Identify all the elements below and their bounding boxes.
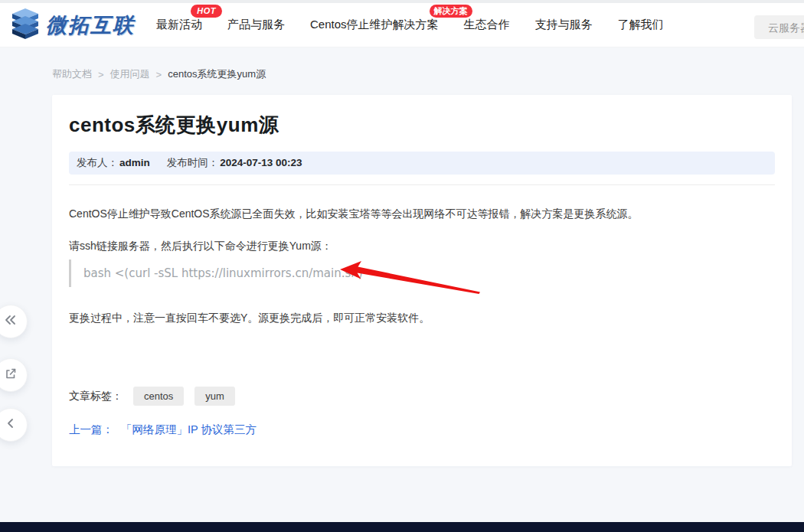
tag-yum[interactable]: yum <box>194 387 235 406</box>
chevron-left-icon <box>5 418 16 432</box>
breadcrumb: 帮助文档 > 使用问题 > centos系统更换yum源 <box>52 67 266 81</box>
breadcrumb-separator: > <box>156 69 162 80</box>
hot-badge: HOT <box>191 5 222 18</box>
content-divider <box>69 184 775 185</box>
article-meta-bar: 发布人： admin 发布时间： 2024-07-13 00:23 <box>69 152 775 175</box>
tags-row: 文章标签： centos yum <box>69 387 775 406</box>
tags-label: 文章标签： <box>69 390 123 403</box>
page-title: centos系统更换yum源 <box>69 113 775 136</box>
publisher-value: admin <box>119 152 150 175</box>
breadcrumb-current-page: centos系统更换yum源 <box>168 67 266 81</box>
article-paragraph-instruction: 请ssh链接服务器，然后执行以下命令进行更换Yum源： <box>69 238 775 253</box>
article-paragraph-note: 更换过程中，注意一直按回车不要选Y。源更换完成后，即可正常安装软件。 <box>69 310 775 325</box>
nav-label: 最新活动 <box>156 18 202 31</box>
article-paragraph-intro: CentOS停止维护导致CentOS系统源已全面失效，比如安装宝塔等等会出现网络… <box>69 206 775 221</box>
breadcrumb-separator: > <box>98 69 104 80</box>
nav-label: 支持与服务 <box>535 18 593 31</box>
prev-article-row: 上一篇： 「网络原理」IP 协议第三方 <box>69 423 775 437</box>
breadcrumb-usage-issues[interactable]: 使用问题 <box>110 67 150 81</box>
nav-item-about-us[interactable]: 了解我们 <box>618 18 664 32</box>
article-card: centos系统更换yum源 发布人： admin 发布时间： 2024-07-… <box>52 95 792 466</box>
publish-time-value: 2024-07-13 00:23 <box>220 152 302 175</box>
share-button[interactable] <box>0 358 28 392</box>
nav-label: 生态合作 <box>464 18 510 31</box>
header: 微拓互联 最新活动 HOT 产品与服务 Centos停止维护解决方案 解决方案 … <box>0 3 804 47</box>
code-block[interactable]: bash <(curl -sSL https://linuxmirrors.cn… <box>69 259 775 287</box>
nav-item-latest-activity[interactable]: 最新活动 HOT <box>156 18 202 32</box>
publisher-label: 发布人： <box>77 152 118 175</box>
nav-item-support-services[interactable]: 支持与服务 <box>535 18 593 32</box>
prev-article-label: 上一篇： <box>69 423 113 436</box>
solution-badge: 解决方案 <box>430 5 472 18</box>
nav-label: 了解我们 <box>618 18 664 31</box>
tag-centos[interactable]: centos <box>133 387 184 406</box>
footer-bar <box>0 522 804 532</box>
collapse-sidebar-button[interactable] <box>0 305 28 338</box>
nav-label: 产品与服务 <box>227 18 285 31</box>
logo-text: 微拓互联 <box>46 11 135 39</box>
logo-icon <box>9 6 41 44</box>
share-icon <box>3 366 18 384</box>
search-input[interactable] <box>754 15 804 39</box>
logo[interactable]: 微拓互联 <box>9 6 135 44</box>
prev-article-link[interactable]: 「网络原理」IP 协议第三方 <box>121 423 257 436</box>
publish-time-label: 发布时间： <box>167 152 219 175</box>
main-nav: 最新活动 HOT 产品与服务 Centos停止维护解决方案 解决方案 生态合作 … <box>156 18 689 32</box>
double-chevron-left-icon <box>4 315 18 328</box>
nav-item-products-services[interactable]: 产品与服务 <box>227 18 285 32</box>
nav-label: Centos停止维护解决方案 <box>310 18 439 31</box>
breadcrumb-help-docs[interactable]: 帮助文档 <box>52 67 92 81</box>
nav-item-eco-cooperation[interactable]: 生态合作 <box>464 18 510 32</box>
back-button[interactable] <box>0 408 28 442</box>
nav-item-centos-eol-solution[interactable]: Centos停止维护解决方案 解决方案 <box>310 18 439 32</box>
